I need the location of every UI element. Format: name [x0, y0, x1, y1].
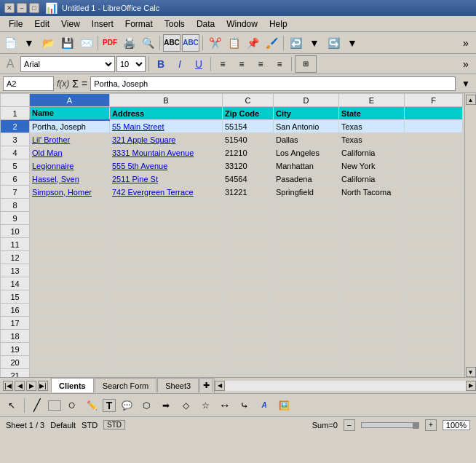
row-header-1[interactable]: 1	[1, 107, 30, 120]
cell-r12-c4[interactable]	[274, 251, 339, 264]
cell-r8-c5[interactable]	[339, 199, 405, 212]
cell-r20-c5[interactable]	[339, 356, 405, 369]
add-sheet-button[interactable]: ✚	[199, 378, 213, 392]
zoom-decrease[interactable]: –	[344, 419, 355, 431]
cell-r16-c2[interactable]	[110, 304, 223, 317]
cell-r17-c4[interactable]	[274, 317, 339, 330]
menu-help[interactable]: Help	[263, 17, 293, 31]
cell-r3-c4[interactable]: Dallas	[274, 133, 339, 146]
cell-r12-c3[interactable]	[223, 251, 274, 264]
tab-last[interactable]: ▶|	[38, 381, 48, 391]
cell-r11-c5[interactable]	[339, 238, 405, 251]
line-tool[interactable]: ╱	[28, 397, 46, 414]
cell-r14-c6[interactable]	[405, 277, 463, 290]
row-header-5[interactable]: 5	[1, 159, 30, 173]
cell-r20-c2[interactable]	[110, 356, 223, 369]
font-size-select[interactable]: 10	[116, 56, 146, 72]
row-header-2[interactable]: 2	[1, 120, 30, 133]
cell-r19-c3[interactable]	[223, 343, 274, 356]
minimize-button[interactable]: –	[17, 3, 27, 13]
cell-r6-c6[interactable]	[405, 173, 463, 186]
undo-more[interactable]: ▼	[306, 34, 323, 52]
align-center[interactable]: ≡	[233, 55, 250, 73]
tab-next[interactable]: ▶	[26, 381, 36, 391]
vertical-scrollbar[interactable]: ▲ ▼	[464, 93, 476, 377]
cell-r4-c1[interactable]: Old Man	[30, 146, 110, 159]
cell-r2-c2[interactable]: 55 Main Street	[110, 120, 223, 133]
cell-r3-c5[interactable]: Texas	[339, 133, 405, 146]
row-header-4[interactable]: 4	[1, 146, 30, 159]
cell-r1-c5[interactable]: State	[339, 107, 405, 120]
format-paintbrush[interactable]: 🖌️	[263, 34, 280, 52]
cell-r4-c5[interactable]: California	[339, 146, 405, 159]
toolbar-more-end[interactable]: »	[457, 34, 475, 52]
pdf-button[interactable]: PDF	[101, 34, 119, 52]
menu-data[interactable]: Data	[191, 17, 221, 31]
cell-r21-c3[interactable]	[223, 369, 274, 378]
menu-window[interactable]: Window	[221, 17, 263, 31]
cell-r10-c4[interactable]	[274, 225, 339, 238]
cell-r6-c4[interactable]: Pasadena	[274, 173, 339, 186]
cell-r21-c4[interactable]	[274, 369, 339, 378]
cell-r1-c1[interactable]: Name	[30, 107, 110, 120]
lines-tool[interactable]: ↔	[216, 397, 234, 414]
row-header-14[interactable]: 14	[1, 277, 30, 290]
cell-r2-c5[interactable]: Texas	[339, 120, 405, 133]
menu-edit[interactable]: Edit	[28, 17, 55, 31]
align-right[interactable]: ≡	[252, 55, 269, 73]
cell-r6-c1[interactable]: Hassel, Sven	[30, 173, 110, 186]
cell-r16-c5[interactable]	[339, 304, 405, 317]
align-left[interactable]: ≡	[214, 55, 231, 73]
autocorrect-button[interactable]: ABC	[182, 34, 199, 52]
cell-r9-c5[interactable]	[339, 212, 405, 225]
cell-r18-c6[interactable]	[405, 330, 463, 343]
preview-button[interactable]: 🔍	[139, 34, 156, 52]
row-header-21[interactable]: 21	[1, 369, 30, 378]
cell-r5-c1[interactable]: Legionnaire	[30, 159, 110, 173]
row-header-8[interactable]: 8	[1, 199, 30, 212]
cell-r15-c3[interactable]	[223, 290, 274, 304]
cell-r16-c6[interactable]	[405, 304, 463, 317]
cell-r7-c4[interactable]: Springfield	[274, 186, 339, 199]
cell-r15-c2[interactable]	[110, 290, 223, 304]
copy-button[interactable]: 📋	[225, 34, 242, 52]
row-header-11[interactable]: 11	[1, 238, 30, 251]
cell-r20-c4[interactable]	[274, 356, 339, 369]
sigma-symbol[interactable]: Σ	[72, 78, 79, 90]
cell-r7-c1[interactable]: Simpson, Homer	[30, 186, 110, 199]
cell-r3-c2[interactable]: 321 Apple Square	[110, 133, 223, 146]
cell-r19-c5[interactable]	[339, 343, 405, 356]
cell-r19-c6[interactable]	[405, 343, 463, 356]
cell-r5-c6[interactable]	[405, 159, 463, 173]
row-header-18[interactable]: 18	[1, 330, 30, 343]
cell-r17-c3[interactable]	[223, 317, 274, 330]
flowchart-tool[interactable]: ◇	[177, 397, 194, 414]
row-header-12[interactable]: 12	[1, 251, 30, 264]
row-header-15[interactable]: 15	[1, 290, 30, 304]
col-header-c[interactable]: C	[223, 94, 274, 107]
cell-r18-c1[interactable]	[30, 330, 110, 343]
cell-r11-c3[interactable]	[223, 238, 274, 251]
cell-r12-c2[interactable]	[110, 251, 223, 264]
cell-r4-c4[interactable]: Los Angeles	[274, 146, 339, 159]
sheet-tab-search[interactable]: Search Form	[95, 378, 157, 392]
merge-cells[interactable]: ⊞	[295, 55, 317, 73]
cell-r9-c3[interactable]	[223, 212, 274, 225]
formula-expand[interactable]: ▼	[459, 79, 473, 89]
cell-r16-c3[interactable]	[223, 304, 274, 317]
row-header-13[interactable]: 13	[1, 264, 30, 277]
undo-button[interactable]: ↩️	[287, 34, 304, 52]
row-header-16[interactable]: 16	[1, 304, 30, 317]
cell-r7-c2[interactable]: 742 Evergreen Terrace	[110, 186, 223, 199]
col-header-d[interactable]: D	[274, 94, 339, 107]
cell-r19-c1[interactable]	[30, 343, 110, 356]
cell-r12-c6[interactable]	[405, 251, 463, 264]
cell-r18-c4[interactable]	[274, 330, 339, 343]
cell-r11-c1[interactable]	[30, 238, 110, 251]
from-file-tool[interactable]: 🖼️	[275, 397, 293, 414]
zoom-level[interactable]: 100%	[443, 420, 470, 430]
cell-r14-c3[interactable]	[223, 277, 274, 290]
rect-tool[interactable]	[48, 400, 61, 411]
cell-r10-c6[interactable]	[405, 225, 463, 238]
cut-button[interactable]: ✂️	[206, 34, 223, 52]
